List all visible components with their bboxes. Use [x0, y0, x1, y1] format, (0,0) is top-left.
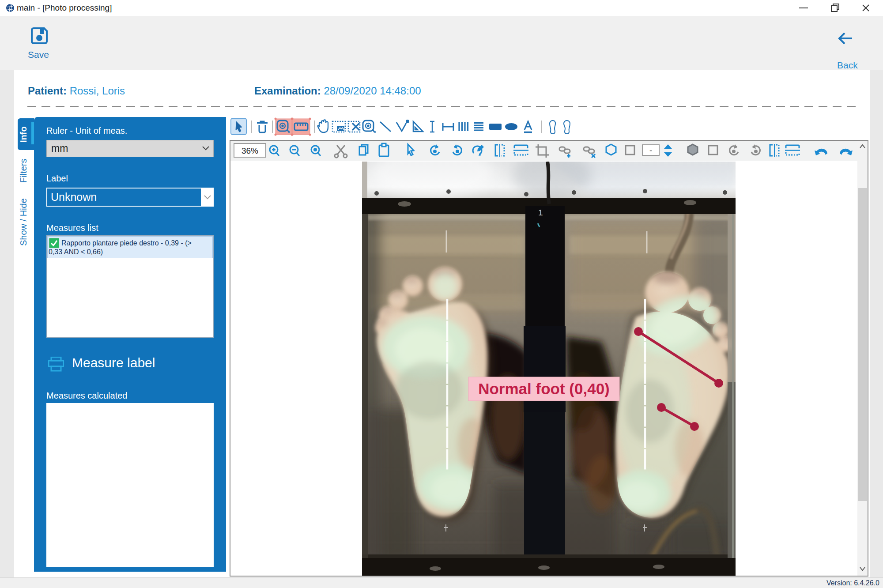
svg-text:36%: 36% — [242, 146, 258, 155]
svg-text:1: 1 — [538, 208, 543, 217]
svg-text:-: - — [649, 147, 653, 155]
svg-text:Normal foot (0,40): Normal foot (0,40) — [478, 380, 610, 397]
